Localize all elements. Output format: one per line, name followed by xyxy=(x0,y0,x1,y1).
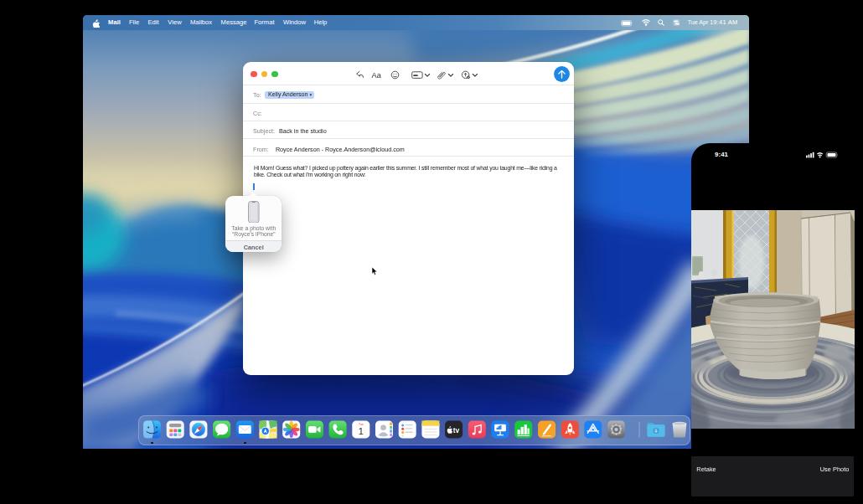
svg-text:1: 1 xyxy=(359,426,364,436)
svg-text:Aa: Aa xyxy=(372,70,382,79)
svg-text:tv: tv xyxy=(453,426,460,435)
